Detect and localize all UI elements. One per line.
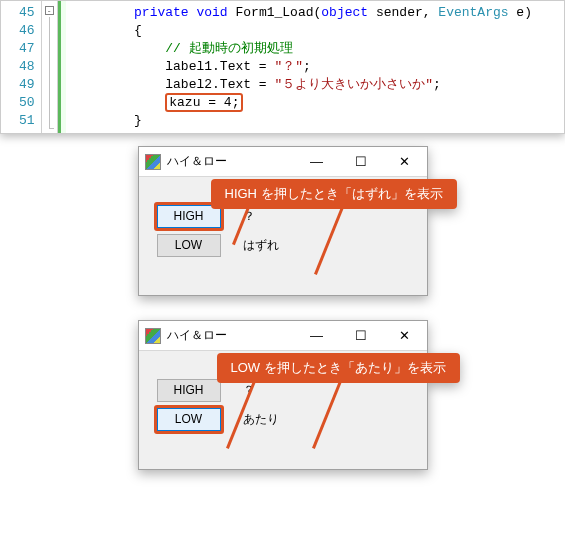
app-window: ハイ＆ロー — ☐ ✕ LOW を押したとき「あたり」を表示 HIGH ？ LO… — [138, 320, 428, 470]
code-body[interactable]: private void Form1_Load(object sender, E… — [66, 1, 564, 133]
change-margin — [58, 1, 66, 133]
code-line: } — [72, 113, 142, 128]
line-number: 51 — [19, 112, 35, 130]
low-button[interactable]: LOW — [157, 234, 221, 257]
code-line: // 起動時の初期処理 — [72, 41, 293, 56]
minimize-button[interactable]: — — [295, 147, 339, 176]
titlebar[interactable]: ハイ＆ロー — ☐ ✕ — [139, 147, 427, 177]
window-title: ハイ＆ロー — [167, 327, 295, 344]
callout: LOW を押したとき「あたり」を表示 — [217, 353, 460, 383]
close-button[interactable]: ✕ — [383, 147, 427, 176]
line-number: 47 — [19, 40, 35, 58]
high-button[interactable]: HIGH — [157, 205, 221, 228]
highlighted-code: kazu = 4; — [165, 93, 243, 112]
fold-toggle-icon[interactable]: - — [45, 6, 54, 15]
line-number: 50 — [19, 94, 35, 112]
code-line: { — [72, 23, 142, 38]
code-line: private void Form1_Load(object sender, E… — [72, 5, 532, 20]
code-line: label1.Text = "？"; — [72, 59, 311, 74]
fold-line — [49, 17, 50, 129]
line-gutter: 45 46 47 48 49 50 51 — [1, 1, 42, 133]
fold-end — [49, 128, 54, 129]
titlebar[interactable]: ハイ＆ロー — ☐ ✕ — [139, 321, 427, 351]
code-line: kazu = 4; — [72, 93, 244, 112]
callout: HIGH を押したとき「はずれ」を表示 — [211, 179, 457, 209]
app-window: ハイ＆ロー — ☐ ✕ HIGH を押したとき「はずれ」を表示 HIGH ？ L… — [138, 146, 428, 296]
maximize-button[interactable]: ☐ — [339, 147, 383, 176]
result-label: あたり — [243, 411, 279, 428]
code-editor[interactable]: 45 46 47 48 49 50 51 - private void Form… — [0, 0, 565, 134]
maximize-button[interactable]: ☐ — [339, 321, 383, 350]
code-line: label2.Text = "５より大きいか小さいか"; — [72, 77, 441, 92]
line-number: 46 — [19, 22, 35, 40]
app-icon — [145, 154, 161, 170]
minimize-button[interactable]: — — [295, 321, 339, 350]
window-title: ハイ＆ロー — [167, 153, 295, 170]
close-button[interactable]: ✕ — [383, 321, 427, 350]
app-icon — [145, 328, 161, 344]
low-button[interactable]: LOW — [157, 408, 221, 431]
line-number: 48 — [19, 58, 35, 76]
fold-margin: - — [42, 1, 58, 133]
result-label: はずれ — [243, 237, 279, 254]
line-number: 45 — [19, 4, 35, 22]
high-button[interactable]: HIGH — [157, 379, 221, 402]
line-number: 49 — [19, 76, 35, 94]
